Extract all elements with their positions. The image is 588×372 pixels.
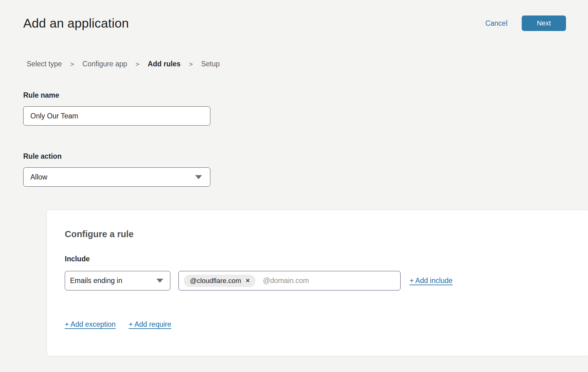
email-domain-tag: @cloudflare.com ✕ (184, 275, 256, 287)
configure-rule-card: Configure a rule Include Emails ending i… (46, 210, 588, 356)
page-title: Add an application (23, 16, 129, 31)
add-require-link[interactable]: + Add require (129, 320, 171, 329)
header-actions: Cancel Next (485, 16, 566, 31)
breadcrumb-step-setup[interactable]: Setup (201, 60, 220, 68)
breadcrumb-step-configure-app[interactable]: Configure app (82, 60, 127, 68)
rule-action-selected-value: Allow (30, 173, 47, 181)
domain-entry-input[interactable] (263, 277, 395, 285)
breadcrumb-separator: > (189, 60, 193, 68)
chevron-down-icon (195, 175, 202, 179)
rule-action-select[interactable]: Allow (23, 167, 210, 187)
next-button[interactable]: Next (522, 16, 566, 31)
include-criteria-selected-value: Emails ending in (70, 277, 122, 285)
wizard-breadcrumb: Select type > Configure app > Add rules … (27, 60, 588, 68)
cancel-button[interactable]: Cancel (485, 19, 507, 28)
add-application-page: Add an application Cancel Next Select ty… (0, 0, 588, 372)
include-label: Include (65, 255, 588, 263)
chevron-down-icon (156, 279, 163, 283)
remove-tag-icon[interactable]: ✕ (245, 278, 250, 283)
add-exception-link[interactable]: + Add exception (65, 320, 116, 329)
page-header: Add an application Cancel Next (0, 0, 588, 31)
include-criteria-select[interactable]: Emails ending in (65, 271, 170, 290)
rule-name-input[interactable] (23, 106, 210, 126)
rule-links-row: + Add exception + Add require (65, 320, 588, 329)
add-include-link[interactable]: + Add include (410, 277, 453, 285)
configure-rule-title: Configure a rule (65, 229, 588, 239)
email-domain-tag-label: @cloudflare.com (190, 277, 241, 285)
include-rule-row: Emails ending in @cloudflare.com ✕ + Add… (65, 271, 588, 290)
rule-action-label: Rule action (23, 152, 588, 161)
breadcrumb-step-add-rules[interactable]: Add rules (148, 60, 181, 68)
breadcrumb-separator: > (70, 60, 74, 68)
breadcrumb-separator: > (136, 60, 139, 68)
rule-name-label: Rule name (23, 91, 588, 100)
rule-form: Rule name Rule action Allow Configure a … (23, 91, 588, 356)
include-value-tag-input[interactable]: @cloudflare.com ✕ (178, 271, 401, 290)
breadcrumb-step-select-type[interactable]: Select type (27, 60, 62, 68)
